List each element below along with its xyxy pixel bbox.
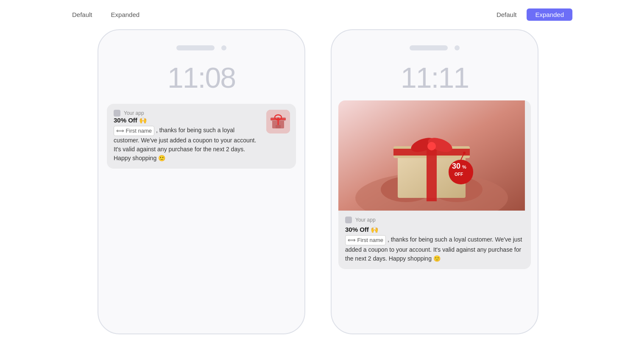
right-tab-expanded[interactable]: Expanded bbox=[527, 8, 572, 21]
left-notification-card: Your app 30% Off 🙌 ⟺ bbox=[107, 104, 296, 169]
right-phone-wrapper: 11:11 bbox=[331, 29, 538, 334]
right-phone-notch bbox=[332, 37, 538, 59]
svg-text:%: % bbox=[462, 164, 466, 169]
right-phone: 11:11 bbox=[331, 29, 538, 334]
right-first-name-tag: ⟺ First name bbox=[345, 235, 386, 245]
right-phone-pill bbox=[410, 45, 448, 50]
right-right-btn-main bbox=[538, 96, 538, 121]
svg-rect-6 bbox=[276, 125, 281, 128]
right-left-btn3 bbox=[331, 110, 331, 125]
top-bar: Default Expanded Default Expanded bbox=[64, 8, 572, 21]
right-left-btn1 bbox=[331, 72, 331, 83]
svg-point-23 bbox=[463, 152, 466, 154]
left-app-icon bbox=[114, 110, 120, 117]
right-tab-group: Default Expanded bbox=[488, 8, 572, 21]
right-notification-card: 30 % OFF Your app 30% Off 🙌 bbox=[338, 100, 531, 269]
right-expanded-text-area: Your app 30% Off 🙌 ⟺ First name , thanks… bbox=[338, 211, 531, 269]
left-notif-thumb bbox=[266, 110, 290, 133]
right-tab-default[interactable]: Default bbox=[488, 8, 525, 21]
right-app-name: Your app bbox=[355, 217, 376, 223]
right-phone-camera bbox=[455, 45, 460, 50]
right-right-btn-top bbox=[538, 75, 538, 87]
right-app-icon bbox=[345, 217, 352, 223]
left-first-name-tag: ⟺ First name bbox=[114, 126, 154, 136]
left-notif-title: 30% Off 🙌 bbox=[114, 117, 289, 124]
phone-pill bbox=[176, 45, 215, 50]
phones-container: 11:08 Your app bbox=[0, 29, 636, 334]
left-phone-notch bbox=[98, 37, 304, 59]
right-btn-main bbox=[305, 96, 305, 121]
left-tab-expanded[interactable]: Expanded bbox=[103, 8, 148, 21]
phone-camera bbox=[221, 45, 226, 50]
left-phone-wrapper: 11:08 Your app bbox=[98, 29, 305, 334]
left-tab-group: Default Expanded bbox=[64, 8, 148, 21]
left-app-row: Your app bbox=[114, 110, 289, 117]
left-btn1 bbox=[98, 72, 98, 83]
left-app-name: Your app bbox=[124, 110, 144, 116]
right-phone-time: 11:11 bbox=[401, 63, 469, 92]
right-notif-body: ⟺ First name , thanks for being such a l… bbox=[345, 235, 524, 263]
left-phone-time: 11:08 bbox=[167, 63, 235, 92]
left-notif-body: ⟺ First name , thanks for being such a l… bbox=[114, 126, 289, 163]
left-tab-default[interactable]: Default bbox=[64, 8, 101, 21]
svg-text:OFF: OFF bbox=[455, 172, 463, 177]
right-notif-title: 30% Off 🙌 bbox=[345, 226, 524, 233]
left-btn3 bbox=[98, 110, 98, 125]
svg-point-17 bbox=[427, 142, 436, 150]
right-app-row: Your app bbox=[345, 217, 524, 223]
right-btn-top bbox=[305, 75, 305, 87]
gift-image-area: 30 % OFF bbox=[338, 100, 531, 211]
left-btn2 bbox=[98, 89, 98, 105]
left-phone: 11:08 Your app bbox=[98, 29, 305, 334]
svg-text:30: 30 bbox=[452, 162, 460, 170]
right-left-btn2 bbox=[331, 89, 331, 105]
